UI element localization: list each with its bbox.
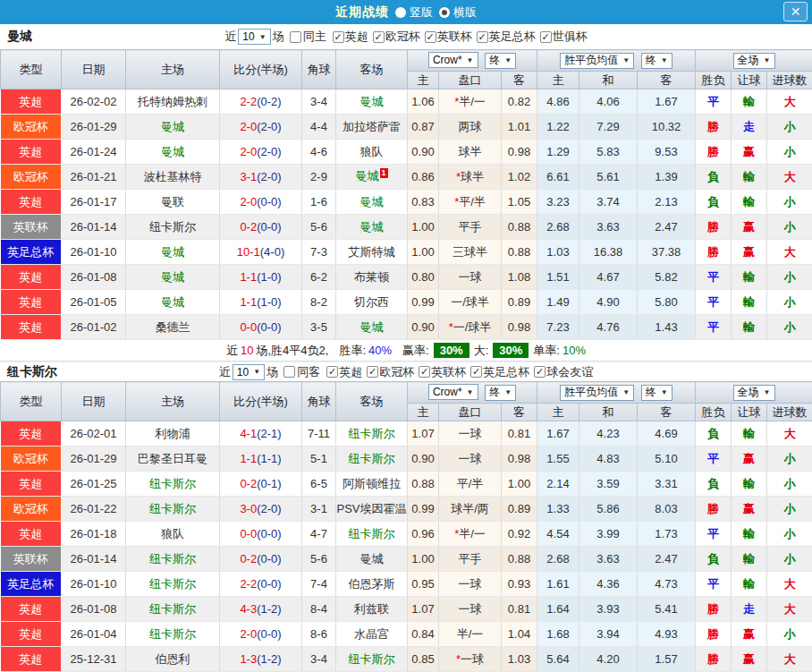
matches-table: 类型 日期 主场 比分(半场) 角球 客场 Crow*▼ 终▼ 胜平负均值▼ 终… [0, 381, 812, 672]
same-venue-checkbox[interactable] [290, 31, 301, 43]
result-wdl: 勝 [696, 140, 732, 165]
match-date: 26-01-02 [62, 315, 126, 340]
handicap-odds-away: 1.04 [502, 622, 537, 647]
league-badge: 英超 [1, 522, 62, 547]
result-wdl: 平 [696, 572, 732, 597]
subcol-avg-draw: 和 [579, 404, 638, 421]
match-date: 26-01-24 [62, 140, 126, 165]
avg-odds-draw: 4.23 [579, 421, 638, 447]
match-row: 英超 25-12-31 伯恩利 1-3(1-2) 3-4 纽卡斯尔 0.85 *… [1, 647, 812, 672]
league-checkbox[interactable]: ✓ [425, 31, 436, 43]
avg-odds-select[interactable]: 胜平负均值▼ [560, 385, 634, 401]
home-team: 纽卡斯尔 [126, 472, 220, 497]
league-checkbox[interactable]: ✓ [534, 366, 546, 378]
chevron-down-icon: ▼ [253, 368, 260, 376]
league-checkbox[interactable]: ✓ [326, 366, 338, 378]
handicap-odds-home: 1.00 [408, 240, 439, 265]
league-badge: 英超 [1, 597, 62, 622]
avg-odds-draw: 3.93 [579, 597, 638, 622]
away-team: 纽卡斯尔 [336, 522, 408, 547]
match-date: 26-01-21 [62, 165, 126, 190]
league-checkbox[interactable]: ✓ [373, 31, 385, 43]
league-badge: 欧冠杯 [1, 115, 62, 140]
recent-count-select[interactable]: 10 ▼ [238, 29, 270, 45]
chevron-down-icon: ▼ [504, 56, 512, 64]
handicap-odds-away: 0.89 [502, 290, 537, 315]
radio-horizontal-layout[interactable]: 横版 [439, 4, 477, 21]
league-checkbox[interactable]: ✓ [367, 366, 378, 378]
avg-odds-draw: 7.29 [579, 115, 638, 140]
corner-count: 7-4 [302, 572, 336, 597]
avg-odds-lose: 5.80 [638, 290, 696, 315]
away-team: 布莱顿 [336, 265, 408, 290]
corner-count: 7-11 [302, 421, 336, 447]
avg-odds-draw: 4.67 [579, 265, 638, 290]
home-team: 纽卡斯尔 [126, 622, 220, 647]
col-date: 日期 [62, 50, 126, 89]
league-checkbox[interactable]: ✓ [419, 366, 430, 378]
result-wdl: 勝 [696, 647, 732, 672]
odds-source-select[interactable]: Crow*▼ [428, 384, 478, 400]
league-checkbox[interactable]: ✓ [470, 366, 482, 378]
avg-odds-lose: 2.47 [638, 215, 696, 240]
same-venue-checkbox[interactable] [283, 366, 295, 378]
match-date: 26-01-22 [62, 497, 126, 522]
away-team: 切尔西 [336, 290, 408, 315]
home-team: 曼城 [126, 290, 220, 315]
scope-select[interactable]: 全场▼ [733, 53, 775, 69]
scope-select[interactable]: 全场▼ [733, 385, 775, 401]
match-score: 1-3(1-2) [220, 647, 302, 672]
odds-source-value: Crow* [433, 54, 462, 66]
league-badge: 英超 [1, 472, 62, 497]
match-row: 欧冠杯 26-01-21 波杜基林特 3-1(2-0) 2-9 曼城1 0.86… [1, 165, 812, 190]
recent-count-value: 10 [242, 30, 254, 43]
handicap-line: *半/一 [439, 89, 502, 115]
handicap-odds-home: 1.07 [408, 421, 439, 447]
radio-unselected-icon [395, 7, 406, 18]
match-score: 2-0(0-0) [220, 622, 302, 647]
result-wdl: 平 [696, 447, 732, 472]
avg-odds-select[interactable]: 胜平负均值▼ [560, 53, 634, 69]
league-checkbox[interactable]: ✓ [540, 31, 552, 43]
match-date: 26-01-29 [62, 447, 126, 472]
avg-odds-lose: 10.32 [638, 115, 696, 140]
odds-source-select[interactable]: Crow*▼ [428, 52, 478, 68]
final-avg-select[interactable]: 终▼ [641, 385, 672, 401]
final-avg-select[interactable]: 终▼ [641, 53, 672, 69]
close-button[interactable]: ✕ [783, 2, 808, 21]
avg-odds-lose: 4.73 [638, 572, 696, 597]
handicap-odds-away: 0.98 [502, 447, 537, 472]
final-odds-select[interactable]: 终▼ [485, 53, 516, 69]
final-odds-select[interactable]: 终▼ [485, 385, 516, 401]
league-checkbox[interactable]: ✓ [477, 31, 488, 43]
match-score: 3-0(2-0) [220, 497, 302, 522]
result-goals: 小 [767, 497, 812, 522]
single-rate-label: 单率: [533, 343, 560, 359]
handicap-odds-away: 0.88 [502, 215, 537, 240]
avg-odds-win: 1.51 [537, 265, 579, 290]
titlebar: 近期战绩 竖版 横版 ✕ [0, 0, 812, 24]
result-wdl: 平 [696, 265, 732, 290]
section-man-city: 曼城 近 10 ▼ 场 同主 ✓英超✓欧冠杯✓英联杯✓英足总杯✓世俱杯 类型 日… [0, 24, 812, 362]
radio-vertical-layout[interactable]: 竖版 [395, 4, 433, 21]
result-wdl: 平 [696, 315, 732, 340]
league-checkbox-label: 英联杯 [431, 364, 466, 380]
away-team: 曼城 [336, 89, 408, 115]
result-goals: 小 [767, 290, 812, 315]
league-badge: 欧冠杯 [1, 165, 62, 190]
titlebar-center: 近期战绩 竖版 横版 [0, 4, 812, 21]
recent-count-select[interactable]: 10 ▼ [233, 364, 265, 380]
subcol-avg-away: 客 [638, 72, 696, 89]
avg-odds-win: 1.67 [537, 421, 579, 447]
handicap-odds-home: 0.87 [408, 115, 439, 140]
handicap-odds-home: 0.80 [408, 265, 439, 290]
filter-controls: 近 10 ▼ 场 同客 ✓英超✓欧冠杯✓英联杯✓英足总杯✓球会友谊 [218, 364, 594, 380]
league-checkbox[interactable]: ✓ [333, 31, 344, 43]
filter-controls: 近 10 ▼ 场 同主 ✓英超✓欧冠杯✓英联杯✓英足总杯✓世俱杯 [224, 29, 588, 45]
result-handicap: 赢 [732, 497, 767, 522]
subcol-handicap: 盘口 [439, 404, 502, 421]
scope-value: 全场 [738, 385, 759, 400]
away-team: 纽卡斯尔 [336, 447, 408, 472]
away-team: 伯恩茅斯 [336, 572, 408, 597]
result-handicap: 輸 [732, 290, 767, 315]
